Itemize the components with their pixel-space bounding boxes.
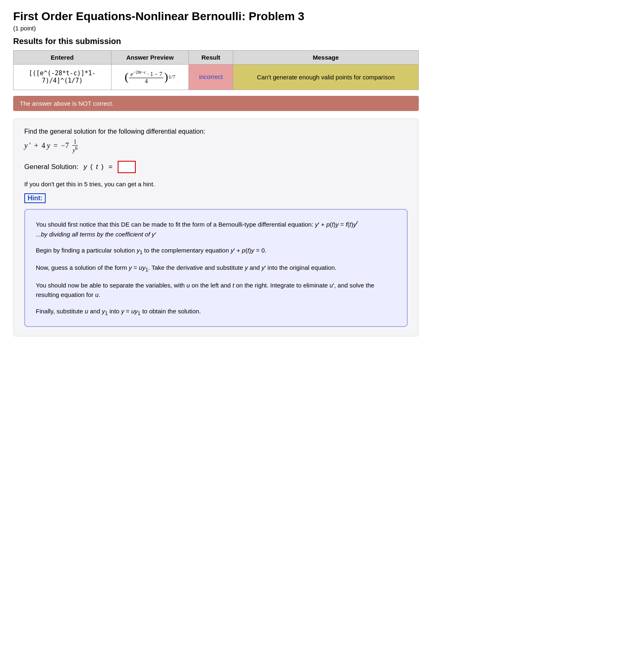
differential-equation: y′ + 4y = −7 1 y6: [24, 139, 408, 154]
hint-para-2: Begin by finding a particular solution y…: [36, 246, 396, 257]
general-solution-row: General Solution: y(t) =: [24, 161, 408, 173]
col-header-message: Message: [233, 51, 418, 65]
answer-preview: ( e−28t−c · 1 − 7 4 ) 1/7: [111, 65, 189, 90]
problem-description: Find the general solution for the follow…: [24, 128, 408, 135]
page-title: First Order Equations-Nonlinear Bernoull…: [13, 10, 419, 23]
incorrect-label: incorrect: [199, 73, 223, 80]
tries-text: If you don't get this in 5 tries, you ca…: [24, 181, 408, 188]
hint-para-5: Finally, substitute u and y1 into y = uy…: [36, 306, 396, 317]
hint-label: Hint:: [24, 193, 46, 203]
not-correct-banner: The answer above is NOT correct.: [13, 96, 419, 111]
hint-para-4: You should now be able to separate the v…: [36, 280, 396, 300]
general-solution-label: General Solution:: [24, 163, 80, 171]
col-header-entered: Entered: [14, 51, 111, 65]
results-heading: Results for this submission: [13, 37, 419, 46]
results-table: Entered Answer Preview Result Message [(…: [13, 50, 419, 90]
answer-input[interactable]: [118, 161, 136, 173]
col-header-preview: Answer Preview: [111, 51, 189, 65]
table-row: [([e^(-28*t-c)]*1-7)/4]^(1/7) ( e−28t−c …: [14, 65, 419, 90]
hint-para-1: You should first notice that this DE can…: [36, 219, 396, 239]
hint-para-3: Now, guess a solution of the form y = uy…: [36, 263, 396, 274]
problem-box: Find the general solution for the follow…: [13, 118, 419, 336]
message-cell: Can't generate enough valid points for c…: [233, 65, 418, 90]
result-cell: incorrect: [189, 65, 233, 90]
entered-value: [([e^(-28*t-c)]*1-7)/4]^(1/7): [14, 65, 111, 90]
hint-box: You should first notice that this DE can…: [24, 209, 408, 327]
col-header-result: Result: [189, 51, 233, 65]
points-label: (1 point): [13, 25, 419, 32]
